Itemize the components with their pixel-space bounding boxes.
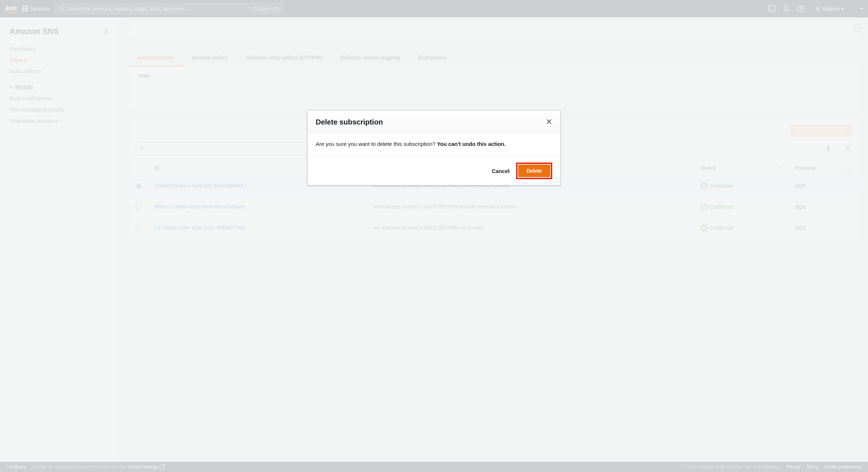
delete-highlight: Delete <box>516 163 552 179</box>
modal-title: Delete subscription <box>316 118 383 126</box>
close-icon[interactable]: ✕ <box>546 117 552 127</box>
modal-body: Are you sure you want to delete this sub… <box>308 134 560 157</box>
delete-subscription-modal: Delete subscription ✕ Are you sure you w… <box>307 110 561 185</box>
cancel-button[interactable]: Cancel <box>492 168 510 174</box>
modal-body-strong: You can't undo this action. <box>437 141 506 147</box>
modal-overlay: Delete subscription ✕ Are you sure you w… <box>0 0 868 472</box>
modal-body-text: Are you sure you want to delete this sub… <box>316 141 437 147</box>
delete-button[interactable]: Delete <box>518 165 550 177</box>
